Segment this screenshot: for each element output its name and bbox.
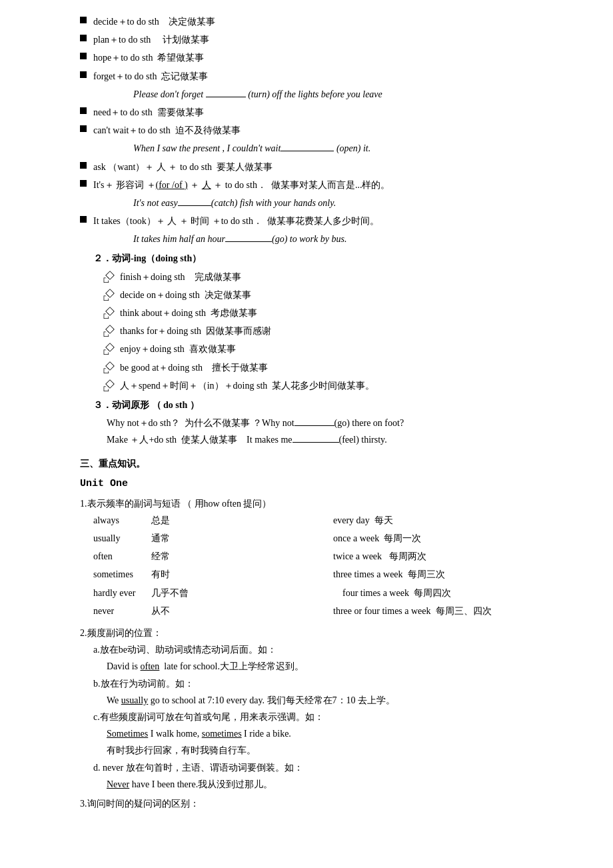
bullet-icon: [80, 107, 87, 114]
dosth-lines: Why not＋do sth？ 为什么不做某事 ？Why not(go) the…: [107, 415, 573, 448]
freq-section: 1.表示频率的副词与短语 （ 用how often 提问） always 总是 …: [80, 495, 573, 621]
freq-item: three or four times a week 每周三、四次: [333, 603, 573, 619]
blank: [225, 241, 272, 242]
dosth-section: ３．动词原形 （ do sth ） Why not＋do sth？ 为什么不做某…: [80, 397, 573, 449]
bullet-icon: [80, 17, 87, 23]
page-content: decide＋to do sth 决定做某事 plan＋to do sth 计划…: [80, 13, 573, 812]
pos-b: b.放在行为动词前。如：: [93, 675, 573, 692]
item-text: think about＋doing sth 考虑做某事: [120, 305, 257, 321]
list-item: can't wait＋to do sth 迫不及待做某事: [80, 122, 573, 139]
freq-item: four times a week 每周四次: [333, 585, 573, 601]
list-item: need＋to do sth 需要做某事: [80, 104, 573, 121]
freq-item: never 从不: [93, 603, 333, 619]
freq-header: 1.表示频率的副词与短语 （ 用how often 提问）: [80, 495, 573, 512]
pos-d-example: Never have I been there.我从没到过那儿。: [107, 776, 573, 793]
blank: [178, 205, 211, 206]
item-text: be good at＋doing sth 擅长于做某事: [120, 359, 268, 376]
example-takes: It takes him half an hour(go) to work by…: [133, 231, 573, 247]
bullet-icon: [80, 53, 87, 59]
pos-b-example: We usually go to school at 7:10 every da…: [107, 692, 573, 709]
bullet-list-top: decide＋to do sth 决定做某事 plan＋to do sth 计划…: [80, 13, 573, 247]
diamond-icon: ◇: [105, 361, 115, 370]
ask-section: 3.询问时间的疑问词的区别：: [80, 795, 573, 812]
bullet-icon: [80, 162, 87, 169]
diamond-icon: ◇: [105, 271, 115, 280]
example-wait: When I saw the present , I couldn't wait…: [133, 140, 573, 157]
pos-a: a.放在be动词、助动词或情态动词后面。如：: [93, 641, 573, 658]
unit-one-label: Unit One: [80, 475, 573, 493]
item-text: It's＋ 形容词 ＋(for /of ) ＋ 人 ＋ to do sth． 做…: [93, 177, 390, 193]
list-item: ◇ 人＋spend＋时间＋（in）＋doing sth 某人花多少时间做某事。: [107, 377, 573, 394]
san-section: 三、重点知识。 Unit One 1.表示频率的副词与短语 （ 用how oft…: [80, 455, 573, 813]
list-item: ◇ enjoy＋doing sth 喜欢做某事: [107, 341, 573, 357]
freq-item: once a week 每周一次: [333, 530, 573, 547]
blank: [293, 442, 339, 443]
pos-c-example2: 有时我步行回家，有时我骑自行车。: [107, 742, 573, 759]
bullet-icon: [80, 216, 87, 223]
list-item: decide＋to do sth 决定做某事: [80, 13, 573, 30]
item-text: plan＋to do sth 计划做某事: [93, 31, 209, 48]
doing-header: ２．动词-ing（doing sth）: [93, 250, 573, 267]
dosth-header: ３．动词原形 （ do sth ）: [93, 397, 573, 413]
pos-header: 2.频度副词的位置：: [80, 625, 573, 641]
bullet-icon: [80, 71, 87, 78]
example-forget: Please don't forget (turn) off the light…: [133, 86, 573, 103]
item-text: thanks for＋doing sth 因做某事而感谢: [120, 323, 271, 339]
list-item: forget＋to do sth 忘记做某事: [80, 68, 573, 85]
pos-section: 2.频度副词的位置： a.放在be动词、助动词或情态动词后面。如： David …: [80, 625, 573, 793]
doing-list: ◇ finish＋doing sth 完成做某事 ◇ decide on＋doi…: [107, 269, 573, 394]
item-text: decide＋to do sth 决定做某事: [93, 13, 215, 30]
freq-item: twice a week 每周两次: [333, 548, 573, 565]
pos-a-example: David is often late for school.大卫上学经常迟到。: [107, 658, 573, 675]
freq-item: often 经常: [93, 548, 333, 565]
freq-item: usually 通常: [93, 530, 333, 547]
list-item: hope＋to do sth 希望做某事: [80, 49, 573, 66]
freq-item: hardly ever 几乎不曾: [93, 585, 333, 601]
diamond-icon: ◇: [105, 307, 115, 316]
list-item: It takes（took）＋ 人 ＋ 时间 ＋to do sth． 做某事花费…: [80, 213, 573, 229]
list-item: plan＋to do sth 计划做某事: [80, 31, 573, 48]
item-text: decide on＋doing sth 决定做某事: [120, 287, 251, 303]
freq-col-left: always 总是 usually 通常 often 经常 sometimes …: [93, 512, 333, 621]
item-text: 人＋spend＋时间＋（in）＋doing sth 某人花多少时间做某事。: [120, 377, 374, 394]
list-item: It's＋ 形容词 ＋(for /of ) ＋ 人 ＋ to do sth． 做…: [80, 177, 573, 193]
diamond-icon: ◇: [105, 379, 115, 389]
item-text: ask （want）＋ 人 ＋ to do sth 要某人做某事: [93, 159, 273, 175]
item-text: enjoy＋doing sth 喜欢做某事: [120, 341, 236, 357]
freq-table: always 总是 usually 通常 often 经常 sometimes …: [93, 512, 573, 621]
blank: [281, 151, 334, 151]
list-item: ◇ finish＋doing sth 完成做某事: [107, 269, 573, 285]
list-item: ask （want）＋ 人 ＋ to do sth 要某人做某事: [80, 159, 573, 175]
bullet-icon: [80, 35, 87, 41]
doing-section: ２．动词-ing（doing sth） ◇ finish＋doing sth 完…: [80, 250, 573, 394]
list-item: ◇ be good at＋doing sth 擅长于做某事: [107, 359, 573, 376]
diamond-icon: ◇: [105, 289, 115, 298]
freq-item: always 总是: [93, 512, 333, 529]
list-item: ◇ decide on＋doing sth 决定做某事: [107, 287, 573, 303]
freq-item: three times a week 每周三次: [333, 566, 573, 583]
bullet-icon: [80, 125, 87, 132]
list-item: ◇ thanks for＋doing sth 因做某事而感谢: [107, 323, 573, 339]
item-text: finish＋doing sth 完成做某事: [120, 269, 241, 285]
item-text: forget＋to do sth 忘记做某事: [93, 68, 208, 85]
pos-d: d. never 放在句首时，主语、谓语动词要倒装。如：: [93, 759, 573, 776]
example-easy: It's not easy(catch) fish with your hand…: [133, 195, 573, 211]
pos-items: a.放在be动词、助动词或情态动词后面。如： David is often la…: [93, 641, 573, 793]
blank: [295, 425, 334, 426]
dosth-line1: Why not＋do sth？ 为什么不做某事 ？Why not(go) the…: [107, 415, 573, 431]
ask-header: 3.询问时间的疑问词的区别：: [80, 795, 573, 812]
diamond-icon: ◇: [105, 325, 115, 334]
item-text: need＋to do sth 需要做某事: [93, 104, 204, 121]
item-text: It takes（took）＋ 人 ＋ 时间 ＋to do sth． 做某事花费…: [93, 213, 379, 229]
dosth-line2: Make ＋人+do sth 使某人做某事 It makes me(feel) …: [107, 431, 573, 448]
pos-c: c.有些频度副词可放在句首或句尾，用来表示强调。如：: [93, 709, 573, 725]
bullet-icon: [80, 180, 87, 187]
freq-col-right: every day 每天 once a week 每周一次 twice a we…: [333, 512, 573, 621]
freq-item: every day 每天: [333, 512, 573, 529]
list-item: ◇ think about＋doing sth 考虑做某事: [107, 305, 573, 321]
san-header: 三、重点知识。: [80, 455, 573, 472]
item-text: hope＋to do sth 希望做某事: [93, 49, 204, 66]
blank: [206, 97, 246, 97]
freq-item: sometimes 有时: [93, 566, 333, 583]
item-text: can't wait＋to do sth 迫不及待做某事: [93, 122, 241, 139]
